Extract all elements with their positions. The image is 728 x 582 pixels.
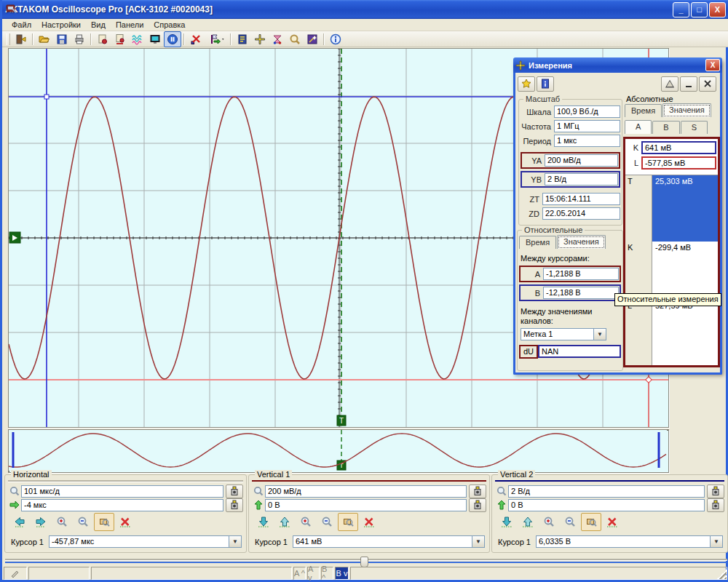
channel-tab-a[interactable]: A — [625, 120, 652, 134]
pan-down-button[interactable] — [496, 513, 517, 531]
zoom-out-button[interactable] — [73, 513, 93, 531]
vertical1-offset-field[interactable]: 0 В — [265, 499, 467, 511]
menu-help[interactable]: Справка — [149, 20, 190, 30]
record-a-button[interactable] — [94, 31, 111, 47]
dialog-close2-button[interactable] — [699, 76, 716, 92]
du-field[interactable]: NAN — [538, 345, 621, 358]
toolbar-grip[interactable] — [7, 33, 10, 45]
auto-offset-button[interactable] — [226, 498, 243, 512]
relative-tab-values[interactable]: Значения — [557, 235, 606, 249]
status-a-up[interactable]: A ^ — [293, 567, 306, 580]
status-b-down[interactable]: B v — [335, 567, 349, 580]
chevron-down-icon[interactable]: ▼ — [710, 536, 722, 547]
dialog-chart-button[interactable] — [661, 76, 678, 92]
zoom-window-button[interactable] — [94, 513, 114, 531]
chevron-down-icon[interactable]: ▼ — [593, 329, 606, 340]
k-field[interactable]: 641 мВ — [641, 141, 716, 154]
resize-grip[interactable] — [717, 570, 727, 579]
auto-offset-button[interactable] — [707, 498, 724, 512]
vertical2-scale-field[interactable]: 2 В/д — [508, 485, 705, 498]
vertical1-cursor-combo[interactable]: 641 мВ ▼ — [293, 535, 485, 548]
horizontal-scale-field[interactable]: 101 мкс/д — [21, 485, 223, 498]
zoom-in-button[interactable] — [296, 513, 316, 531]
search-button[interactable] — [286, 31, 304, 47]
display-button[interactable] — [146, 31, 164, 47]
chevron-down-icon[interactable]: ▼ — [472, 536, 484, 547]
absolute-tab-time[interactable]: Время — [625, 104, 662, 117]
auto-offset-button[interactable] — [469, 498, 486, 512]
zoom-in-button[interactable] — [52, 513, 72, 531]
help-button[interactable] — [537, 76, 554, 92]
l-field[interactable]: -577,85 мВ — [641, 156, 716, 170]
time-scroll-slider[interactable] — [5, 557, 727, 565]
measurements-dialog-titlebar[interactable]: Измерения X — [513, 57, 722, 73]
reset-zoom-button[interactable] — [602, 513, 622, 531]
maximize-button[interactable]: □ — [691, 2, 708, 17]
auto-scale-button[interactable] — [469, 485, 486, 498]
vertical2-cursor-combo[interactable]: 6,0335 В ▼ — [536, 535, 723, 548]
menu-file[interactable]: Файл — [7, 20, 36, 30]
dialog-minimize-button[interactable] — [680, 76, 697, 92]
horizontal-cursor-combo[interactable]: -457,87 мкс ▼ — [49, 535, 242, 548]
menu-panels[interactable]: Панели — [111, 20, 149, 30]
period-field[interactable]: 1 мкс — [554, 135, 620, 147]
info-button[interactable] — [327, 31, 344, 47]
zd-field[interactable]: 22.05.2014 — [542, 207, 620, 220]
pan-left-button[interactable] — [9, 513, 30, 531]
row-k-value[interactable]: -299,4 мВ — [652, 242, 718, 300]
zt-field[interactable]: 15:06:14.111 — [542, 193, 620, 205]
exit-button[interactable] — [12, 31, 30, 47]
reset-zoom-button[interactable] — [115, 513, 135, 531]
favorites-button[interactable] — [518, 76, 535, 92]
pause-button[interactable] — [164, 31, 181, 47]
waveform-button[interactable] — [129, 31, 146, 47]
auto-scale-button[interactable] — [707, 485, 724, 498]
panels-button[interactable] — [234, 31, 251, 47]
pan-down-button[interactable] — [253, 513, 274, 531]
chastota-field[interactable]: 1 МГц — [554, 120, 620, 132]
close-button[interactable]: X — [709, 2, 726, 17]
channel-tab-s[interactable]: S — [681, 121, 708, 134]
wizard-button[interactable] — [304, 31, 321, 47]
relative-tab-time[interactable]: Время — [519, 236, 556, 249]
row-l-value[interactable]: 527,59 мВ — [652, 300, 718, 361]
zoom-out-button[interactable] — [560, 513, 580, 531]
zoom-window-button[interactable] — [338, 513, 358, 531]
reset-zoom-button[interactable] — [359, 513, 379, 531]
vertical1-scale-field[interactable]: 200 мВ/д — [265, 485, 467, 498]
channel-tab-b[interactable]: B — [652, 121, 679, 134]
open-button[interactable] — [36, 31, 53, 47]
auto-scale-button[interactable] — [226, 485, 243, 498]
chevron-down-icon[interactable]: ▼ — [229, 536, 241, 547]
zoom-out-button[interactable] — [317, 513, 337, 531]
menu-view[interactable]: Вид — [86, 20, 111, 30]
menu-settings[interactable]: Настройки — [36, 20, 86, 30]
cursor-a-field[interactable]: -1,2188 В — [543, 268, 619, 280]
vertical2-offset-field[interactable]: 0 В — [508, 499, 705, 511]
delete-marker-button[interactable] — [187, 31, 205, 47]
record-b-button[interactable] — [111, 31, 129, 47]
cursor-b-field[interactable]: -12,188 В — [543, 287, 619, 299]
mark-select[interactable]: Метка 1 ▼ — [521, 328, 606, 340]
absolute-tab-values[interactable]: Значения — [662, 103, 711, 117]
row-t-value[interactable]: 25,303 мВ — [652, 175, 718, 242]
add-marker-button[interactable] — [205, 31, 228, 47]
measure-button[interactable] — [251, 31, 269, 47]
pan-right-button[interactable] — [31, 513, 51, 531]
status-a-down[interactable]: A v — [307, 567, 320, 580]
status-b-up[interactable]: B ^ — [321, 567, 333, 580]
slider-thumb[interactable] — [360, 557, 368, 567]
horizontal-offset-field[interactable]: -4 мкс — [21, 499, 223, 511]
pan-up-button[interactable] — [518, 513, 538, 531]
yb-field[interactable]: 2 В/д — [545, 173, 618, 186]
save-button[interactable] — [53, 31, 71, 47]
ya-field[interactable]: 200 мВ/д — [545, 154, 618, 167]
generator-button[interactable] — [269, 31, 286, 47]
print-button[interactable] — [71, 31, 88, 47]
zoom-window-button[interactable] — [581, 513, 601, 531]
scope-overview-strip[interactable]: T — [8, 429, 669, 473]
pan-up-button[interactable] — [274, 513, 295, 531]
shkala-field[interactable]: 100,9 Вб./д — [554, 105, 620, 118]
minimize-button[interactable]: _ — [673, 2, 689, 17]
zoom-in-button[interactable] — [539, 513, 559, 531]
